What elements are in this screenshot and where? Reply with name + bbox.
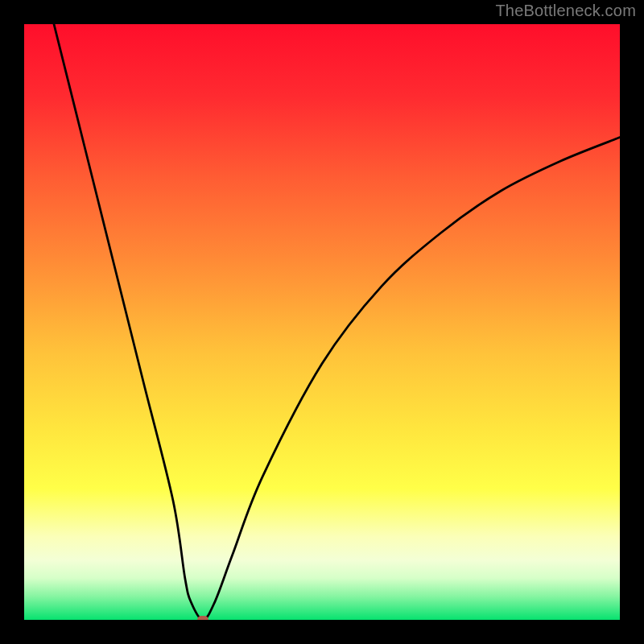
plot-area [24,24,620,620]
watermark-text: TheBottleneck.com [495,2,636,20]
minimum-marker-icon [197,616,208,620]
bottleneck-curve [24,24,620,620]
chart-frame: TheBottleneck.com [0,0,644,644]
